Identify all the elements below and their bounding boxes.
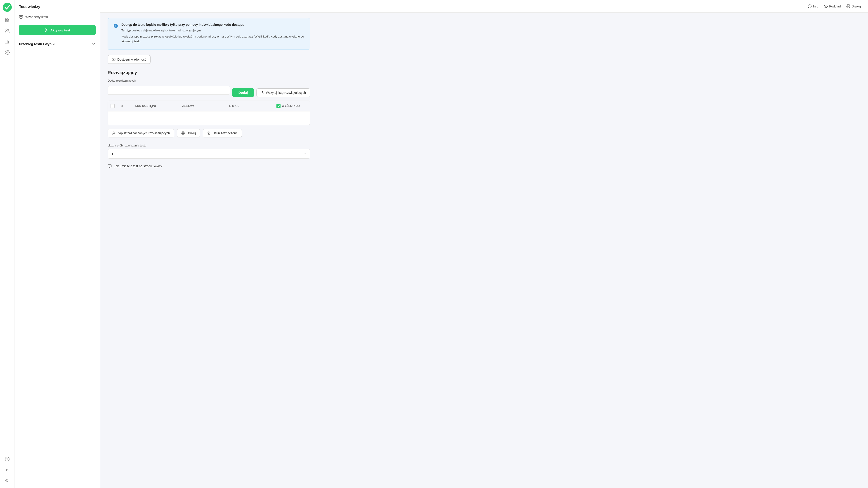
add-resolver-input[interactable]	[107, 86, 230, 95]
help-icon[interactable]	[3, 455, 12, 464]
svg-point-19	[825, 6, 827, 7]
top-bar: Info Podgląd Drukuj	[100, 0, 868, 13]
website-row[interactable]: Jak umieścić test na stronie www?	[107, 164, 310, 168]
drukuj-label: Drukuj	[187, 131, 196, 135]
sidebar	[0, 0, 14, 488]
back-arrow-icon[interactable]	[3, 465, 12, 475]
usun-label: Usuń zaznaczone	[213, 131, 238, 135]
info-box-text2: Kody dostępu możesz przekazać osobiście …	[121, 34, 305, 44]
svg-marker-15	[45, 29, 48, 32]
rozwiazujacy-title: Rozwiązujący	[107, 70, 310, 75]
add-field-label: Dodaj rozwiązujących	[107, 79, 310, 82]
attempts-select[interactable]: 1 2 3 Bez limitu	[107, 149, 310, 159]
website-label: Jak umieścić test na stronie www?	[114, 164, 162, 168]
section-header-wyniki[interactable]: Przebieg testu i wyniki	[14, 39, 100, 49]
drukuj-button[interactable]: Drukuj	[177, 129, 200, 138]
table-col-wyslij: WYŚLIJ KOD	[274, 103, 310, 109]
zapisz-zaznaczonych-button[interactable]: Zapisz zaznaczonych rozwiązujących	[107, 129, 174, 138]
embed-icon	[107, 164, 112, 168]
dashboard-icon[interactable]	[3, 16, 12, 24]
trash-icon	[207, 131, 211, 135]
preview-label: Podgląd	[829, 4, 841, 8]
zapisz-label: Zapisz zaznaczonych rozwiązujących	[117, 131, 170, 135]
eye-icon	[824, 4, 828, 8]
table-col-email: E-MAIL	[226, 103, 274, 109]
printer-icon	[846, 4, 850, 8]
table-header: # KOD DOSTĘPU ZESTAW E-MAIL WYŚLIJ KOD	[108, 101, 310, 112]
chevron-down-icon	[92, 42, 96, 46]
activate-button-label: Aktywuj test	[50, 28, 70, 32]
svg-rect-3	[5, 20, 6, 22]
user-save-icon	[112, 131, 116, 135]
table-col-hash: #	[119, 103, 132, 109]
action-row: Zapisz zaznaczonych rozwiązujących Druku…	[107, 129, 310, 138]
wczytaj-liste-button[interactable]: Wczytaj listę rozwiązujących	[256, 88, 310, 97]
wyslij-kod-checkbox[interactable]	[276, 104, 281, 108]
info-box-title: Dostęp do testu będzie możliwy tylko prz…	[121, 23, 305, 26]
table-checkbox-col[interactable]	[108, 103, 119, 109]
page-title: Test wiedzy	[14, 0, 100, 13]
table-col-kod: KOD DOSTĘPU	[132, 103, 180, 109]
wyslij-kod-label: WYŚLIJ KOD	[282, 104, 300, 108]
svg-rect-20	[847, 6, 849, 8]
left-panel: Test wiedzy Wzór certyfikatu Aktywuj tes…	[14, 0, 100, 488]
info-action[interactable]: Info	[808, 4, 818, 8]
add-field-row: Dodaj Wczytaj listę rozwiązujących	[107, 84, 310, 97]
info-label: Info	[813, 4, 818, 8]
svg-rect-4	[7, 20, 9, 22]
add-input-group	[107, 86, 230, 95]
info-box-icon	[113, 23, 118, 28]
svg-point-25	[113, 132, 114, 133]
select-all-checkbox[interactable]	[111, 104, 115, 108]
certificate-icon	[19, 15, 23, 19]
attempts-label: Liczba prób rozwiązania testu	[107, 144, 310, 147]
info-box-text1: Ten typ dostępu daje największą kontrolę…	[121, 28, 305, 33]
table-col-zestaw: ZESTAW	[180, 103, 227, 109]
dostosuj-wiadomosc-button[interactable]: Dostosuj wiadomość	[107, 55, 151, 64]
dodaj-button[interactable]: Dodaj	[232, 88, 254, 97]
svg-point-10	[6, 52, 8, 53]
svg-rect-2	[7, 18, 9, 20]
svg-point-14	[21, 16, 22, 17]
certificate-label: Wzór certyfikatu	[25, 15, 48, 19]
app-logo[interactable]	[3, 3, 12, 12]
info-box: Dostęp do testu będzie możliwy tylko prz…	[107, 18, 310, 50]
table-empty-row	[108, 112, 310, 125]
dostosuj-wiadomosc-label: Dostosuj wiadomość	[117, 58, 146, 61]
print-action[interactable]: Drukuj	[846, 4, 861, 8]
usun-zaznaczone-button[interactable]: Usuń zaznaczone	[203, 129, 242, 138]
svg-rect-1	[5, 18, 6, 20]
message-icon	[112, 58, 116, 61]
wczytaj-liste-label: Wczytaj listę rozwiązujących	[266, 91, 306, 94]
chart-icon[interactable]	[3, 37, 12, 46]
users-icon[interactable]	[3, 26, 12, 35]
content-area: Dostęp do testu będzie możliwy tylko prz…	[100, 13, 317, 174]
svg-rect-26	[182, 133, 184, 135]
checkmark-icon	[277, 105, 280, 108]
main-content: Info Podgląd Drukuj	[100, 0, 868, 488]
settings-icon[interactable]	[3, 48, 12, 57]
upload-icon	[260, 91, 264, 94]
play-icon	[44, 28, 49, 32]
dodaj-label: Dodaj	[239, 91, 248, 94]
attempts-select-wrapper: 1 2 3 Bez limitu	[107, 149, 310, 159]
attempts-section: Liczba prób rozwiązania testu 1 2 3 Bez …	[107, 144, 310, 159]
print-label: Drukuj	[852, 4, 861, 8]
activate-test-button[interactable]: Aktywuj test	[19, 25, 96, 35]
svg-point-5	[6, 29, 7, 31]
table-body	[108, 112, 310, 125]
expand-icon[interactable]	[3, 476, 12, 485]
print-action-icon	[181, 131, 185, 135]
section-header-label: Przebieg testu i wyniki	[19, 42, 55, 46]
svg-rect-13	[20, 16, 23, 18]
info-box-content: Dostęp do testu będzie możliwy tylko prz…	[121, 23, 305, 45]
info-icon	[808, 4, 812, 8]
certificate-nav-item[interactable]: Wzór certyfikatu	[14, 13, 100, 21]
resolvers-table: # KOD DOSTĘPU ZESTAW E-MAIL WYŚLIJ KOD	[107, 100, 310, 125]
svg-point-0	[3, 3, 12, 12]
preview-action[interactable]: Podgląd	[824, 4, 841, 8]
svg-rect-27	[108, 165, 112, 167]
